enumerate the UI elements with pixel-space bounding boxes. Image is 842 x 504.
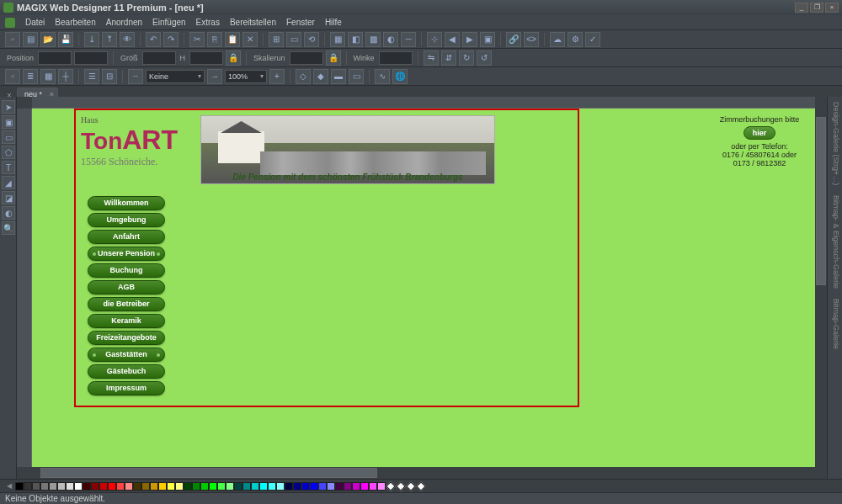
color-swatch[interactable] [57, 482, 66, 491]
nav-anfahrt[interactable]: Anfahrt [88, 230, 165, 244]
nav-freizeitangebote[interactable]: Freizeitangebote [88, 331, 165, 345]
gallery-icon[interactable]: ▦ [330, 32, 345, 47]
color-swatch[interactable] [268, 482, 276, 491]
lock-aspect-icon[interactable]: 🔒 [226, 50, 241, 66]
color-swatch[interactable] [285, 482, 293, 491]
color-swatch[interactable] [200, 482, 209, 491]
shape3-icon[interactable]: ▬ [331, 69, 346, 84]
palette-option-icon[interactable] [406, 481, 415, 491]
palette-option-icon[interactable] [396, 481, 405, 491]
minimize-button[interactable]: _ [795, 3, 808, 13]
color-swatch[interactable] [83, 482, 91, 491]
menu-hilfe[interactable]: Hilfe [320, 18, 347, 27]
color-swatch[interactable] [226, 482, 234, 491]
color-swatch[interactable] [369, 482, 377, 491]
shape2-icon[interactable]: ◆ [313, 69, 328, 84]
shape4-icon[interactable]: ▭ [349, 69, 364, 84]
panel-tab[interactable]: Design-Galerie (Strg+…) [832, 102, 840, 185]
nav-keramik[interactable]: Keramik [88, 314, 165, 328]
shadow-tool-icon[interactable]: ◪ [2, 191, 15, 204]
cut-icon[interactable]: ✂ [189, 32, 205, 47]
color-swatch[interactable] [192, 482, 200, 491]
canvas[interactable]: Haus TonART 15566 Schöneiche. Die Pensio… [17, 97, 827, 479]
curve-icon[interactable]: ∿ [375, 69, 390, 84]
pos-y-input[interactable] [74, 51, 108, 65]
menu-datei[interactable]: Datei [20, 18, 50, 27]
text-tool-icon[interactable]: T [2, 161, 15, 174]
color-swatch[interactable] [150, 482, 158, 491]
fill-icon[interactable]: ◐ [383, 32, 398, 47]
preview-icon[interactable]: 👁 [120, 32, 135, 47]
nav-unsere-pension[interactable]: Unsere Pension [88, 247, 165, 261]
new-page-icon[interactable]: ▫ [5, 69, 20, 84]
arrow-right-icon[interactable]: ▶ [462, 32, 477, 47]
color-swatch[interactable] [108, 482, 116, 491]
zoom-select[interactable]: 100% [225, 70, 267, 83]
snap-icon[interactable]: ⊹ [427, 32, 442, 47]
color-swatch[interactable] [66, 482, 74, 491]
delete-icon[interactable]: ✕ [242, 32, 258, 47]
zoom-tool-icon[interactable]: 🔍 [2, 221, 15, 235]
nav-umgebung[interactable]: Umgebung [88, 213, 165, 227]
color-swatch[interactable] [301, 482, 310, 491]
dash-icon[interactable]: ┄ [128, 69, 143, 84]
color-swatch[interactable] [259, 482, 268, 491]
save-icon[interactable]: 💾 [58, 32, 73, 47]
panel-tab[interactable]: Bitmap- & Eigensch-Galerie [832, 195, 840, 289]
close-button[interactable]: × [825, 3, 839, 13]
color-swatch[interactable] [32, 482, 40, 491]
color-swatch[interactable] [217, 482, 226, 491]
banner-image[interactable]: Die Pension mit dem schönsten Frühstück … [200, 115, 495, 184]
color-swatch[interactable] [352, 482, 360, 491]
color-swatch[interactable] [24, 482, 32, 491]
page-canvas[interactable]: Haus TonART 15566 Schöneiche. Die Pensio… [32, 109, 815, 467]
zoom-fit-icon[interactable]: ⊞ [269, 32, 284, 47]
angle-input[interactable] [379, 51, 413, 65]
templates-icon[interactable]: ▤ [23, 32, 38, 47]
publish-icon[interactable]: ☁ [550, 32, 565, 47]
color-swatch[interactable] [15, 482, 24, 491]
html-icon[interactable]: <> [524, 32, 539, 47]
nav-gästebuch[interactable]: Gästebuch [88, 364, 165, 379]
color-swatch[interactable] [377, 482, 386, 491]
undo-icon[interactable]: ↶ [146, 32, 161, 47]
align-icon[interactable]: ☰ [84, 69, 99, 84]
menu-extras[interactable]: Extras [191, 18, 225, 27]
transparency-tool-icon[interactable]: ◐ [2, 206, 15, 220]
line-icon[interactable]: ─ [401, 32, 416, 47]
photo-tool-icon[interactable]: ▣ [2, 115, 15, 129]
fill-tool-icon[interactable]: ◢ [2, 176, 15, 189]
rotate-cw-icon[interactable]: ↻ [459, 50, 474, 66]
nav-agb[interactable]: AGB [88, 280, 165, 294]
nav-willkommen[interactable]: Willkommen [88, 196, 165, 210]
color-swatch[interactable] [133, 482, 141, 491]
site-logo[interactable]: Haus TonART 15566 Schöneiche. [81, 115, 178, 168]
line-style-select[interactable]: Keine [146, 70, 205, 83]
nav-die-betreiber[interactable]: die Betreiber [88, 297, 165, 311]
color-swatch[interactable] [116, 482, 125, 491]
line-end-icon[interactable]: → [207, 69, 222, 84]
color-swatch[interactable] [310, 482, 318, 491]
link-icon[interactable]: 🔗 [506, 32, 521, 47]
options-icon[interactable]: ⚙ [568, 32, 583, 47]
height-input[interactable] [189, 51, 223, 65]
shape-tool-icon[interactable]: ⬠ [2, 146, 15, 159]
paste-icon[interactable]: 📋 [225, 32, 240, 47]
spellcheck-icon[interactable]: ✓ [585, 32, 600, 47]
scale-input[interactable] [290, 51, 323, 65]
scrollbar-horizontal[interactable] [32, 467, 815, 479]
color-swatch[interactable] [91, 482, 99, 491]
rotate-ccw-icon[interactable]: ↺ [477, 50, 492, 66]
color-swatch[interactable] [99, 482, 108, 491]
menu-bereitstellen[interactable]: Bereitstellen [225, 18, 281, 27]
color-swatch[interactable] [360, 482, 369, 491]
distribute-icon[interactable]: ⊟ [102, 69, 117, 84]
nav-buchung[interactable]: Buchung [88, 263, 165, 278]
width-input[interactable] [142, 51, 176, 65]
menu-einfügen[interactable]: Einfügen [147, 18, 190, 27]
guides-icon[interactable]: ┼ [58, 69, 73, 84]
maximize-button[interactable]: ❐ [810, 3, 823, 13]
shape-icon[interactable]: ◇ [296, 69, 311, 84]
color-swatch[interactable] [251, 482, 259, 491]
pos-x-input[interactable] [38, 51, 72, 65]
